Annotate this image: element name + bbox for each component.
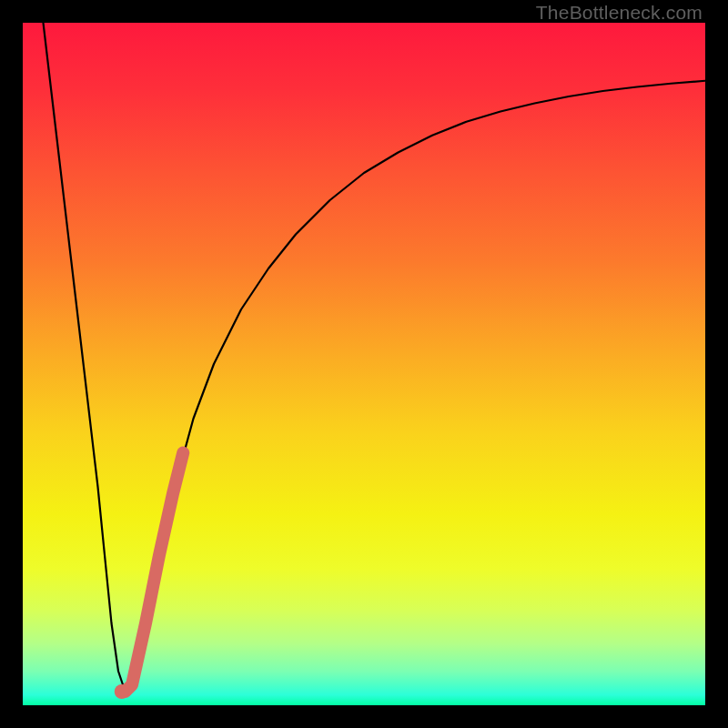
chart-frame: TheBottleneck.com [0,0,728,728]
plot-area [23,23,705,705]
watermark-text: TheBottleneck.com [536,2,703,24]
minimum-marker [115,684,129,699]
bottleneck-curve [44,23,706,692]
highlight-segment [122,453,184,693]
curve-layer [23,23,705,705]
